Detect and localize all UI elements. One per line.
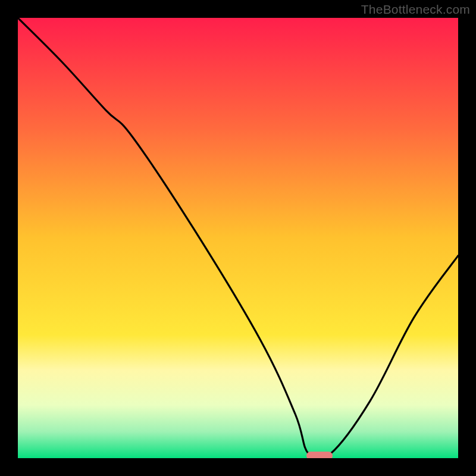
- optimal-marker: [306, 452, 333, 458]
- plot-area: [18, 18, 458, 458]
- watermark-text: TheBottleneck.com: [361, 2, 470, 17]
- chart-frame: TheBottleneck.com: [0, 0, 476, 476]
- background-gradient: [18, 18, 458, 458]
